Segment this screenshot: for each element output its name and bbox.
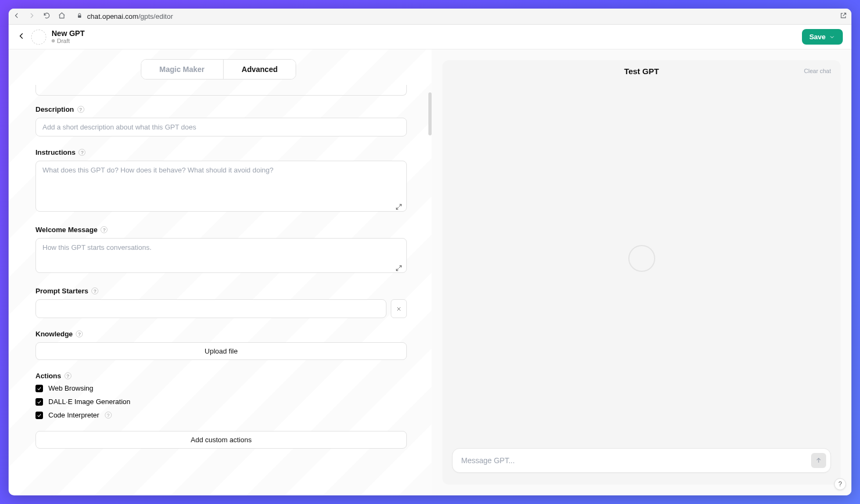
help-icon[interactable]: ? (105, 412, 112, 419)
action-label: DALL·E Image Generation (48, 398, 130, 406)
help-icon[interactable]: ? (101, 226, 108, 233)
arrow-up-icon (815, 457, 822, 464)
loading-spinner-icon (628, 245, 655, 272)
tab-advanced[interactable]: Advanced (223, 60, 296, 79)
status-label: Draft (57, 38, 70, 44)
help-fab[interactable]: ? (834, 478, 846, 490)
checkbox-web-browsing[interactable] (35, 385, 43, 392)
add-custom-actions-button[interactable]: Add custom actions (35, 431, 407, 449)
prompt-starter-input[interactable] (35, 299, 386, 318)
checkbox-code-interpreter[interactable] (35, 412, 43, 419)
action-label: Code Interpreter (48, 411, 99, 419)
description-input[interactable] (35, 118, 407, 136)
title-block: New GPT Draft (52, 30, 84, 44)
actions-label: Actions (35, 372, 61, 380)
preview-title: Test GPT (452, 67, 831, 76)
expand-icon[interactable] (395, 203, 403, 211)
remove-starter-button[interactable] (391, 299, 407, 318)
knowledge-label: Knowledge (35, 330, 73, 338)
checkbox-dalle[interactable] (35, 398, 43, 406)
preview-pane: Test GPT Clear chat (432, 49, 851, 495)
clear-chat-button[interactable]: Clear chat (804, 68, 831, 74)
help-icon[interactable]: ? (76, 330, 83, 337)
check-icon (37, 386, 42, 391)
url-text: chat.openai.com/gpts/editor (87, 12, 173, 20)
forward-icon[interactable] (28, 12, 35, 21)
chat-text-field[interactable] (461, 456, 811, 465)
instructions-textarea[interactable] (35, 161, 407, 212)
check-icon (37, 413, 42, 418)
back-icon[interactable] (13, 12, 20, 21)
open-external-icon[interactable] (840, 13, 847, 21)
description-label: Description (35, 105, 74, 113)
chat-input[interactable] (452, 448, 831, 473)
send-button[interactable] (811, 453, 826, 468)
prompt-starters-label: Prompt Starters (35, 287, 88, 295)
address-bar[interactable]: chat.openai.com/gpts/editor (76, 12, 834, 20)
welcome-label: Welcome Message (35, 226, 97, 234)
name-field-partial[interactable] (35, 85, 407, 96)
help-icon[interactable]: ? (64, 372, 71, 379)
help-icon[interactable]: ? (91, 287, 98, 294)
app-window: chat.openai.com/gpts/editor New GPT Draf… (9, 9, 851, 495)
home-icon[interactable] (58, 12, 66, 21)
gpt-avatar-placeholder[interactable] (31, 30, 46, 45)
help-icon[interactable]: ? (78, 149, 85, 156)
action-label: Web Browsing (48, 384, 94, 392)
lock-icon (76, 12, 83, 20)
page-title: New GPT (52, 30, 84, 38)
status-dot-icon (52, 39, 55, 42)
check-icon (37, 399, 42, 405)
back-button[interactable] (17, 32, 26, 42)
app-header: New GPT Draft Save (9, 25, 851, 49)
tab-magic-maker[interactable]: Magic Maker (141, 60, 223, 79)
upload-file-button[interactable]: Upload file (35, 342, 407, 360)
close-icon (396, 306, 402, 312)
help-icon[interactable]: ? (77, 106, 84, 113)
instructions-label: Instructions (35, 148, 75, 156)
reload-icon[interactable] (43, 12, 51, 21)
chevron-down-icon (829, 34, 835, 40)
form-scroll[interactable]: Description ? Instructions ? (9, 80, 428, 495)
tabs: Magic Maker Advanced (141, 59, 297, 80)
expand-icon[interactable] (395, 264, 403, 272)
chat-body (442, 76, 841, 441)
svg-rect-0 (78, 16, 81, 18)
browser-bar: chat.openai.com/gpts/editor (9, 9, 851, 25)
main-split: Magic Maker Advanced Description ? (9, 49, 851, 495)
config-pane: Magic Maker Advanced Description ? (9, 49, 428, 495)
welcome-textarea[interactable] (35, 238, 407, 273)
save-button[interactable]: Save (802, 29, 843, 45)
